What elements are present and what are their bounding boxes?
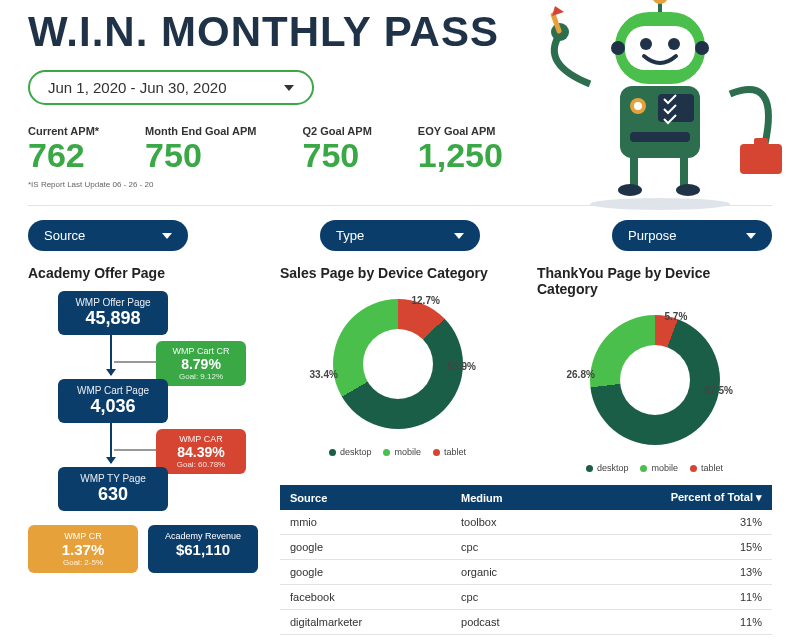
th-percent[interactable]: Percent of Total ▾ (565, 485, 772, 510)
svg-point-19 (611, 41, 625, 55)
chevron-down-icon (284, 85, 294, 91)
metric-q2-goal: Q2 Goal APM 750 (303, 125, 372, 174)
metric-month-end-goal: Month End Goal APM 750 (145, 125, 256, 174)
svg-point-12 (634, 102, 642, 110)
svg-point-9 (676, 184, 700, 196)
svg-rect-6 (630, 154, 638, 188)
svg-marker-3 (552, 6, 564, 16)
funnel-node-cart: WMP Cart Page 4,036 (58, 379, 168, 423)
svg-rect-13 (658, 94, 694, 122)
filter-type[interactable]: Type (320, 220, 480, 251)
svg-point-20 (695, 41, 709, 55)
th-medium[interactable]: Medium (451, 485, 565, 510)
svg-point-0 (590, 198, 730, 210)
svg-rect-14 (630, 132, 690, 142)
chevron-down-icon (746, 233, 756, 239)
svg-rect-5 (754, 138, 768, 146)
svg-point-8 (618, 184, 642, 196)
svg-rect-4 (740, 144, 782, 174)
filter-source[interactable]: Source (28, 220, 188, 251)
svg-point-17 (640, 38, 652, 50)
date-range-value: Jun 1, 2020 - Jun 30, 2020 (48, 79, 226, 96)
callout-cart-cr: WMP Cart CR 8.79% Goal: 9.12% (156, 341, 246, 386)
pill-academy-revenue: Academy Revenue $61,110 (148, 525, 258, 573)
robot-illustration (530, 0, 790, 214)
pill-wmp-cr: WMP CR 1.37% Goal: 2-5% (28, 525, 138, 573)
table-row: googlecpc15% (280, 535, 772, 560)
chevron-down-icon (454, 233, 464, 239)
filter-row: Source Type Purpose (28, 220, 772, 251)
academy-title: Academy Offer Page (28, 265, 258, 281)
academy-funnel: WMP Offer Page 45,898 WMP Cart CR 8.79% … (28, 291, 258, 601)
legend-sales: desktop mobile tablet (280, 447, 515, 457)
source-table: Source Medium Percent of Total ▾ mmiotoo… (280, 485, 772, 635)
funnel-node-ty: WMP TY Page 630 (58, 467, 168, 511)
chevron-down-icon (162, 233, 172, 239)
table-row: digitalmarketerpodcast11% (280, 610, 772, 635)
legend-thankyou: desktop mobile tablet (537, 463, 772, 473)
date-range-selector[interactable]: Jun 1, 2020 - Jun 30, 2020 (28, 70, 314, 105)
svg-rect-7 (680, 154, 688, 188)
metric-eoy-goal: EOY Goal APM 1,250 (418, 125, 503, 174)
callout-car: WMP CAR 84.39% Goal: 60.78% (156, 429, 246, 474)
table-row: googleorganic13% (280, 560, 772, 585)
svg-point-18 (668, 38, 680, 50)
table-row: mmiotoolbox31% (280, 510, 772, 535)
donut-thankyou: ThankYou Page by Device Category 5.7% 67… (537, 265, 772, 473)
th-source[interactable]: Source (280, 485, 451, 510)
funnel-node-offer: WMP Offer Page 45,898 (58, 291, 168, 335)
metric-current-apm: Current APM* 762 (28, 125, 99, 174)
donut-sales: Sales Page by Device Category 12.7% 53.9… (280, 265, 515, 473)
filter-purpose[interactable]: Purpose (612, 220, 772, 251)
svg-point-22 (652, 0, 668, 4)
table-row: facebookcpc11% (280, 585, 772, 610)
